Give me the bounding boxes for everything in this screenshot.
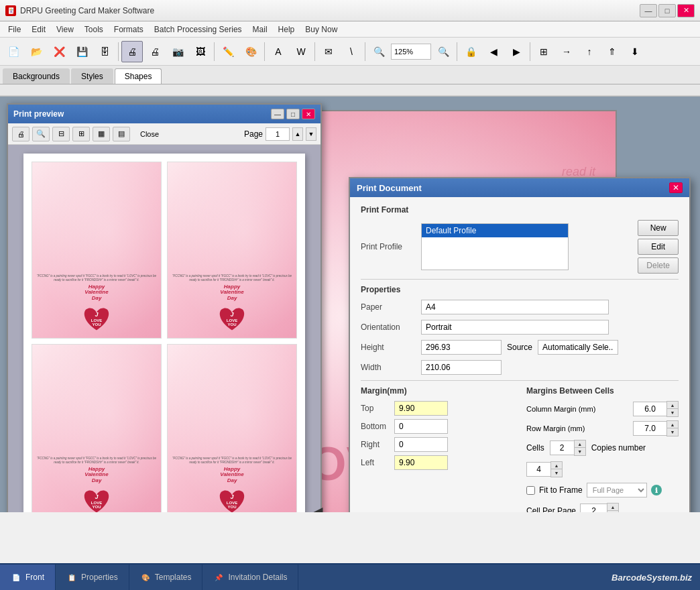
pp-grid3-btn[interactable]: ▦ xyxy=(93,127,110,141)
arrow-up-button[interactable]: ↑ xyxy=(579,41,600,62)
bottom-tab-templates[interactable]: 🎨 Templates xyxy=(129,565,203,590)
bottom-label: Bottom xyxy=(361,422,394,431)
bottom-tab-invitation[interactable]: 📌 Invitation Details xyxy=(202,565,298,590)
line-button[interactable]: \ xyxy=(341,41,362,62)
left-input[interactable] xyxy=(394,455,448,470)
up-arrow2-button[interactable]: ⇑ xyxy=(601,41,623,62)
orientation-input[interactable] xyxy=(421,320,609,335)
zoom-out-button[interactable]: 🔍 xyxy=(432,41,454,62)
row-margin-row: Row Margin (mm) ▲ ▼ xyxy=(526,420,679,436)
save-all-button[interactable]: 🗄 xyxy=(94,41,115,62)
dialog-close-button[interactable]: ✕ xyxy=(669,182,683,193)
pp-page-down[interactable]: ▼ xyxy=(306,127,316,141)
menu-mail[interactable]: Mail xyxy=(247,23,273,36)
top-input[interactable] xyxy=(394,401,448,416)
copies-input[interactable] xyxy=(526,462,550,477)
pp-grid1-btn[interactable]: ⊟ xyxy=(52,127,70,141)
pp-close-text-btn[interactable]: Close xyxy=(133,127,166,141)
toolbar-separator-1 xyxy=(118,42,119,61)
camera-button[interactable]: 📷 xyxy=(167,41,188,62)
tab-styles[interactable]: Styles xyxy=(71,68,113,84)
back-button[interactable]: ◀ xyxy=(483,41,504,62)
cell-per-page-input[interactable] xyxy=(580,504,607,512)
menu-view[interactable]: View xyxy=(51,23,79,36)
pp-grid2-btn[interactable]: ⊞ xyxy=(72,127,90,141)
tab-backgrounds[interactable]: Backgrounds xyxy=(3,68,70,84)
row-margin-down[interactable]: ▼ xyxy=(667,428,678,436)
width-row: Width xyxy=(361,360,679,375)
menu-edit[interactable]: Edit xyxy=(26,23,51,36)
profile-list[interactable]: Default Profile xyxy=(421,223,569,270)
print-button[interactable]: 🖨 xyxy=(121,41,143,62)
grid-button[interactable]: ⊞ xyxy=(533,41,555,62)
save-button[interactable]: 💾 xyxy=(71,41,93,62)
cell-per-page-up[interactable]: ▲ xyxy=(607,504,618,511)
copies-down[interactable]: ▼ xyxy=(551,469,562,477)
zoom-input[interactable]: 125% xyxy=(391,44,431,60)
forward-button[interactable]: ▶ xyxy=(506,41,527,62)
fit-frame-info-icon[interactable]: ℹ xyxy=(651,485,662,495)
menu-batch[interactable]: Batch Processing Series xyxy=(149,23,247,36)
paper-input[interactable] xyxy=(421,300,609,314)
menu-file[interactable]: File xyxy=(3,23,26,36)
pp-close-button[interactable]: ✕ xyxy=(302,109,315,119)
margin-col: Margin(mm) Top Bottom Right Left xyxy=(361,386,513,512)
front-tab-label: Front xyxy=(25,573,44,582)
pp-minimize-button[interactable]: — xyxy=(271,109,284,119)
full-page-select[interactable]: Full Page xyxy=(587,483,647,497)
tab-shapes[interactable]: Shapes xyxy=(115,68,162,84)
new-button[interactable]: 📄 xyxy=(3,41,24,62)
bottom-input[interactable] xyxy=(394,419,448,434)
menu-help[interactable]: Help xyxy=(273,23,300,36)
close-button[interactable]: ✕ xyxy=(677,4,695,17)
email-button[interactable]: ✉ xyxy=(318,41,339,62)
menu-buynow[interactable]: Buy Now xyxy=(300,23,343,36)
pp-maximize-button[interactable]: □ xyxy=(286,109,300,119)
pp-zoom-btn[interactable]: 🔍 xyxy=(32,127,50,141)
maximize-button[interactable]: □ xyxy=(658,4,676,17)
delete-profile-button[interactable]: Delete xyxy=(638,257,679,274)
default-profile-item[interactable]: Default Profile xyxy=(422,224,568,237)
right-input[interactable] xyxy=(394,437,448,452)
zoom-in-button[interactable]: 🔍 xyxy=(368,41,390,62)
pp-page-input[interactable] xyxy=(266,127,290,141)
properties-tab-label: Properties xyxy=(81,573,118,582)
pencil-button[interactable]: ✏️ xyxy=(217,41,239,62)
pp-toolbar: 🖨 🔍 ⊟ ⊞ ▦ ▤ Close Page ▲ ▼ xyxy=(8,123,320,145)
text-button[interactable]: A xyxy=(268,41,289,62)
width-input[interactable] xyxy=(421,360,502,375)
col-margin-input[interactable] xyxy=(633,402,666,416)
height-input[interactable] xyxy=(421,340,502,355)
print2-button[interactable]: 🖨 xyxy=(144,41,166,62)
cells-input[interactable] xyxy=(550,440,574,455)
image-button[interactable]: 🖼 xyxy=(190,41,211,62)
row-margin-up[interactable]: ▲ xyxy=(667,421,678,428)
bottom-tab-front[interactable]: 📄 Front xyxy=(0,565,56,590)
bottom-tab-properties[interactable]: 📋 Properties xyxy=(56,565,129,590)
close-doc-button[interactable]: ❌ xyxy=(48,41,70,62)
cell-per-page-down[interactable]: ▼ xyxy=(607,511,618,512)
row-margin-input[interactable] xyxy=(633,421,666,436)
open-button[interactable]: 📂 xyxy=(25,41,47,62)
lock-button[interactable]: 🔒 xyxy=(460,41,481,62)
cells-down[interactable]: ▼ xyxy=(575,448,585,455)
word-button[interactable]: W xyxy=(290,41,312,62)
paint-button[interactable]: 🎨 xyxy=(240,41,261,62)
copies-up[interactable]: ▲ xyxy=(551,462,562,469)
pp-print-btn[interactable]: 🖨 xyxy=(12,127,30,141)
arrow-right-button[interactable]: → xyxy=(556,41,577,62)
top-label: Top xyxy=(361,404,394,413)
minimize-button[interactable]: — xyxy=(640,4,657,17)
menu-formats[interactable]: Formats xyxy=(109,23,149,36)
new-profile-button[interactable]: New xyxy=(638,220,679,236)
pp-page-up[interactable]: ▲ xyxy=(292,127,303,141)
menu-tools[interactable]: Tools xyxy=(79,23,109,36)
fit-frame-checkbox[interactable] xyxy=(526,486,535,495)
col-margin-up[interactable]: ▲ xyxy=(667,402,678,409)
col-margin-down[interactable]: ▼ xyxy=(667,409,678,416)
pp-grid4-btn[interactable]: ▤ xyxy=(113,127,130,141)
edit-profile-button[interactable]: Edit xyxy=(638,239,679,255)
source-input[interactable] xyxy=(538,340,618,355)
cells-up[interactable]: ▲ xyxy=(575,440,585,448)
down-arrow-button[interactable]: ⬇ xyxy=(624,41,646,62)
